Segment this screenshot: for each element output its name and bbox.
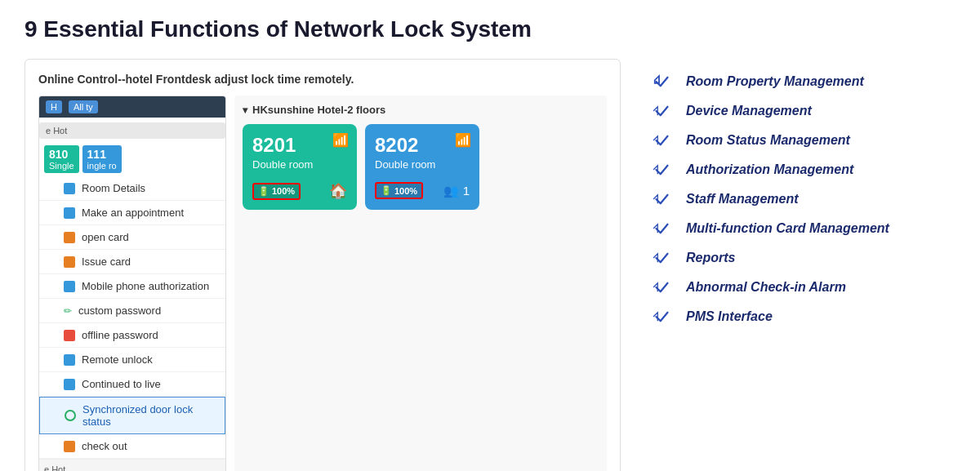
- room-bottom-8201: 🔋 100% 🏠: [252, 182, 347, 200]
- left-panel: Online Control--hotel Frontdesk adjust l…: [24, 59, 621, 471]
- hotel-label-top: e Hot: [46, 126, 67, 136]
- issue-card-icon: [64, 256, 75, 268]
- menu-item-open-card[interactable]: open card: [39, 225, 225, 250]
- menu-item-remote-unlock[interactable]: Remote unlock: [39, 348, 225, 372]
- room-card-8201: 📶 8201 Double room 🔋 100% 🏠: [243, 124, 357, 210]
- menu-item-appointment[interactable]: Make an appointment: [39, 201, 225, 225]
- feature-label-3: Authorization Management: [686, 162, 853, 177]
- checkmark-icon-5: [653, 220, 676, 238]
- menu-item-label: custom password: [78, 304, 161, 317]
- room-type-2: ingle ro: [87, 161, 117, 171]
- hotel-bars: e Hot 810 Single 111 ingle ro: [39, 122, 225, 176]
- checkmark-icon-8: [653, 308, 676, 326]
- menu-item-room-details[interactable]: Room Details: [39, 176, 225, 201]
- rooms-grid: 📶 8201 Double room 🔋 100% 🏠: [243, 124, 599, 210]
- feature-item-7: Abnormal Check-in Alarm: [653, 273, 956, 302]
- menu-item-issue-card[interactable]: Issue card: [39, 250, 225, 274]
- menu-item-label: offline password: [82, 329, 158, 341]
- caption-rest: --hotel Frontdesk adjust lock time remot…: [118, 73, 354, 86]
- menu-header-h: H: [46, 100, 62, 113]
- batt-icon-8202: 🔋: [381, 185, 392, 196]
- feature-item-0: Room Property Management: [653, 67, 956, 96]
- room-type-8202: Double room: [375, 158, 470, 171]
- room-num-1: 810: [49, 148, 74, 161]
- batt-icon-8201: 🔋: [258, 186, 270, 197]
- ui-mockup: H All ty e Hot 810 Single 111: [38, 96, 607, 471]
- menu-item-label: open card: [82, 231, 129, 243]
- battery-badge-8202: 🔋 100%: [375, 182, 423, 199]
- offline-pwd-icon: [64, 330, 75, 341]
- hotel-label-bottom: e Hot: [39, 459, 225, 471]
- open-card-icon: [64, 232, 75, 243]
- feature-label-1: Device Management: [686, 104, 812, 118]
- remote-unlock-icon: [64, 354, 75, 366]
- menu-items-list: Room Details Make an appointment open ca…: [39, 176, 225, 459]
- people-icon-8202: 👥 1: [443, 184, 470, 198]
- menu-item-label: Issue card: [82, 255, 131, 268]
- battery-badge-8201: 🔋 100%: [252, 183, 301, 200]
- menu-item-checkout[interactable]: check out: [39, 434, 225, 459]
- room-type-8201: Double room: [252, 158, 347, 171]
- feature-label-7: Abnormal Check-in Alarm: [686, 280, 846, 295]
- hotel-section-name: HKsunshine Hotel-2 floors: [252, 104, 385, 116]
- checkmark-icon-4: [653, 190, 676, 208]
- feature-label-8: PMS Interface: [686, 309, 773, 324]
- feature-label-4: Staff Management: [686, 192, 799, 207]
- continued-icon: [64, 379, 75, 390]
- feature-label-2: Room Status Management: [686, 133, 850, 148]
- hotel-section-title: ▾ HKsunshine Hotel-2 floors: [243, 104, 599, 116]
- menu-item-mobile-auth[interactable]: Mobile phone authorization: [39, 274, 225, 299]
- page-title: 9 Essential Functions of Network Lock Sy…: [24, 16, 956, 42]
- menu-item-offline-pwd[interactable]: offline password: [39, 323, 225, 348]
- feature-label-0: Room Property Management: [686, 74, 864, 89]
- menu-item-sync[interactable]: Synchronized door lock status: [39, 397, 225, 434]
- caption: Online Control--hotel Frontdesk adjust l…: [38, 73, 607, 86]
- wifi-icon-8202: 📶: [455, 132, 471, 148]
- room-type-1: Single: [49, 161, 74, 171]
- rooms-panel: ▾ HKsunshine Hotel-2 floors 📶 8201 Doubl…: [234, 96, 607, 471]
- feature-item-2: Room Status Management: [653, 126, 956, 155]
- feature-item-5: Multi-function Card Management: [653, 214, 956, 243]
- checkmark-icon-3: [653, 161, 676, 179]
- menu-item-label: Continued to live: [82, 378, 161, 390]
- feature-label-5: Multi-function Card Management: [686, 221, 889, 236]
- custom-pwd-icon: ✏: [64, 305, 72, 317]
- menu-panel: H All ty e Hot 810 Single 111: [38, 96, 226, 471]
- menu-item-continued[interactable]: Continued to live: [39, 372, 225, 397]
- menu-item-custom-pwd[interactable]: ✏ custom password: [39, 299, 225, 323]
- menu-item-label: check out: [82, 440, 127, 452]
- sync-icon: [65, 410, 76, 421]
- room-num-2: 111: [87, 148, 117, 161]
- right-panel: Room Property Management Device Manageme…: [645, 59, 956, 331]
- feature-item-4: Staff Management: [653, 184, 956, 214]
- feature-label-6: Reports: [686, 251, 735, 265]
- wifi-icon-8201: 📶: [332, 132, 349, 148]
- menu-item-label: Synchronized door lock status: [82, 403, 216, 428]
- menu-header: H All ty: [39, 96, 225, 118]
- menu-item-label: Make an appointment: [82, 207, 184, 219]
- mobile-auth-icon: [64, 281, 75, 292]
- checkmark-icon-6: [653, 249, 676, 267]
- menu-item-label: Mobile phone authorization: [82, 280, 209, 292]
- chevron-down-icon: ▾: [243, 104, 247, 116]
- menu-item-label: Remote unlock: [82, 353, 153, 366]
- feature-item-1: Device Management: [653, 96, 956, 126]
- caption-bold: Online Control: [38, 73, 118, 86]
- checkmark-icon-1: [653, 102, 676, 120]
- checkmark-icon-0: [653, 73, 676, 91]
- menu-header-all: All ty: [69, 100, 98, 113]
- feature-item-6: Reports: [653, 243, 956, 273]
- menu-item-label: Room Details: [82, 182, 145, 194]
- checkmark-icon-7: [653, 278, 676, 296]
- checkmark-icon-2: [653, 131, 676, 149]
- feature-item-8: PMS Interface: [653, 302, 956, 331]
- room-details-icon: [64, 183, 75, 194]
- home-icon-8201: 🏠: [329, 182, 347, 200]
- content-area: Online Control--hotel Frontdesk adjust l…: [24, 59, 956, 471]
- feature-list: Room Property Management Device Manageme…: [653, 67, 956, 331]
- room-bottom-8202: 🔋 100% 👥 1: [375, 182, 470, 199]
- checkout-icon: [64, 441, 75, 452]
- appointment-icon: [64, 207, 75, 219]
- room-card-8202: 📶 8202 Double room 🔋 100% 👥 1: [365, 124, 479, 210]
- feature-item-3: Authorization Management: [653, 155, 956, 184]
